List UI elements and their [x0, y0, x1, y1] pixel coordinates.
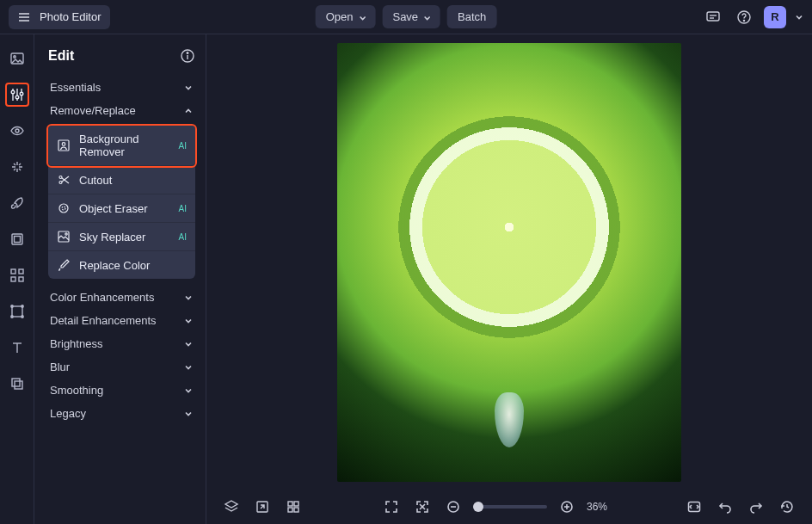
grid-icon[interactable]: [282, 496, 304, 518]
section-label: Remove/Replace: [50, 104, 136, 117]
rail-image-icon[interactable]: [5, 46, 29, 71]
svg-point-26: [10, 316, 12, 317]
chevron-down-icon: [423, 14, 430, 21]
topbar-right: R: [702, 6, 803, 28]
comments-icon[interactable]: [702, 6, 724, 28]
bottombar: 36%: [206, 490, 812, 524]
batch-label: Batch: [458, 10, 486, 23]
layers-icon[interactable]: [220, 496, 243, 518]
chevron-down-icon: [183, 385, 194, 396]
section-label: Brightness: [50, 337, 102, 350]
bottombar-left: [220, 496, 304, 518]
sub-item-label: Cutout: [79, 174, 112, 187]
rail-brush-icon[interactable]: [5, 191, 29, 215]
svg-rect-19: [11, 269, 15, 274]
section-blur[interactable]: Blur: [48, 355, 195, 379]
redo-icon[interactable]: [745, 496, 767, 518]
svg-point-34: [187, 52, 188, 54]
svg-point-16: [15, 129, 19, 133]
chevron-down-icon: [183, 316, 194, 326]
svg-point-44: [65, 233, 67, 235]
bottombar-center: 36%: [380, 496, 607, 518]
sub-item-label: Replace Color: [79, 259, 150, 272]
section-color-enhancements[interactable]: Color Enhancements: [48, 286, 195, 309]
tool-rail: [0, 34, 34, 524]
open-button[interactable]: Open: [316, 5, 376, 28]
export-icon[interactable]: [251, 496, 274, 518]
svg-point-24: [10, 305, 12, 307]
account-dropdown-icon[interactable]: [795, 13, 803, 22]
chevron-down-icon: [358, 14, 365, 21]
zoom-out-icon[interactable]: [442, 496, 464, 518]
sub-item-object-eraser[interactable]: Object Eraser AI: [48, 194, 195, 223]
rail-sparkle-icon[interactable]: [5, 155, 29, 179]
svg-point-9: [13, 56, 15, 58]
topbar-center: Open Save Batch: [316, 5, 497, 28]
section-label: Blur: [50, 361, 70, 373]
section-label: Smoothing: [50, 384, 103, 397]
zoom-in-icon[interactable]: [556, 496, 578, 518]
sub-item-replace-color[interactable]: Replace Color: [48, 251, 195, 279]
sub-item-label: Sky Replacer: [79, 231, 145, 244]
panel-header: Edit: [48, 48, 195, 64]
chevron-down-icon: [183, 362, 194, 373]
svg-marker-45: [225, 501, 237, 508]
rail-eye-icon[interactable]: [5, 119, 29, 143]
zoom-slider-thumb[interactable]: [473, 502, 483, 512]
sub-item-background-remover[interactable]: Background Remover AI: [48, 126, 195, 166]
fullscreen-icon[interactable]: [380, 496, 403, 518]
sub-item-label: Object Eraser: [79, 202, 147, 215]
svg-rect-30: [12, 379, 20, 386]
svg-point-36: [62, 143, 65, 146]
undo-icon[interactable]: [714, 496, 736, 518]
rail-frame-icon[interactable]: [5, 227, 29, 251]
section-smoothing[interactable]: Smoothing: [48, 379, 195, 402]
ai-badge: AI: [179, 204, 187, 213]
section-label: Essentials: [50, 81, 101, 94]
rail-elements-icon[interactable]: [5, 263, 29, 287]
svg-point-25: [21, 305, 22, 307]
ai-badge: AI: [179, 232, 187, 242]
hamburger-icon: [17, 9, 33, 25]
zoom-slider[interactable]: [473, 505, 547, 509]
person-cutout-icon: [57, 139, 71, 152]
app-title-chip[interactable]: Photo Editor: [9, 5, 110, 29]
rail-text-icon[interactable]: [5, 336, 29, 360]
avatar[interactable]: R: [764, 6, 786, 28]
section-remove-replace[interactable]: Remove/Replace: [48, 99, 195, 122]
save-button[interactable]: Save: [382, 5, 440, 28]
avatar-letter: R: [771, 10, 778, 23]
section-brightness[interactable]: Brightness: [48, 332, 195, 355]
sub-item-sky-replacer[interactable]: Sky Replacer AI: [48, 223, 195, 251]
app-title: Photo Editor: [40, 10, 102, 23]
svg-point-37: [59, 176, 62, 179]
info-icon[interactable]: [180, 48, 195, 64]
fit-screen-icon[interactable]: [411, 496, 434, 518]
section-essentials[interactable]: Essentials: [48, 76, 195, 99]
dropper-icon: [57, 258, 71, 272]
svg-rect-48: [294, 502, 298, 506]
svg-rect-23: [12, 306, 22, 317]
remove-replace-sublist: Background Remover AI Cutout Object Eras…: [48, 126, 195, 279]
svg-rect-21: [11, 277, 15, 281]
svg-rect-49: [288, 508, 292, 512]
sub-item-cutout[interactable]: Cutout: [48, 166, 195, 194]
svg-point-41: [59, 204, 68, 213]
section-label: Color Enhancements: [50, 291, 154, 304]
help-icon[interactable]: [733, 6, 755, 28]
bottombar-right: [683, 496, 798, 518]
rail-adjust-icon[interactable]: [5, 83, 29, 107]
section-detail-enhancements[interactable]: Detail Enhancements: [48, 309, 195, 332]
history-icon[interactable]: [776, 496, 798, 518]
sky-icon: [57, 230, 71, 244]
section-legacy[interactable]: Legacy: [48, 402, 195, 425]
eraser-icon: [57, 201, 71, 215]
compare-icon[interactable]: [683, 496, 705, 518]
canvas[interactable]: [206, 34, 812, 490]
scissors-icon: [57, 173, 71, 187]
rail-crop-icon[interactable]: [5, 299, 29, 324]
rail-duplicate-icon[interactable]: [5, 372, 29, 396]
batch-button[interactable]: Batch: [447, 5, 496, 28]
svg-point-38: [59, 182, 62, 184]
svg-rect-3: [707, 12, 719, 21]
